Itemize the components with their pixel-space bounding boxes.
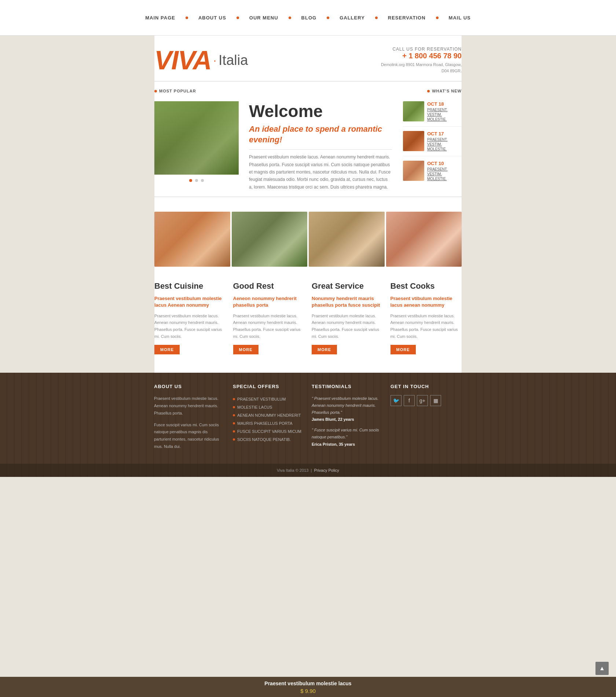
- nav-separator: [289, 17, 291, 19]
- nav-item-gallery[interactable]: GALLERY: [329, 15, 375, 21]
- news-date-0: OCT 18: [427, 101, 462, 107]
- feature-2: Great Service Nonummy hendrerit mauris p…: [312, 281, 383, 354]
- footer-about-title: ABOUT US: [154, 384, 225, 389]
- food-thumb-3[interactable]: [309, 212, 385, 267]
- news-thumb-1: [403, 131, 424, 151]
- offer-item-4: FUSCE SUCCIPIT VARIUS MICUM: [233, 427, 304, 435]
- news-item-1: OCT 17PRAESENT. VESTIM. MOLESTIE.: [403, 131, 462, 156]
- slider-dot-3[interactable]: [201, 179, 204, 182]
- nav-item-main-page[interactable]: MAIN PAGE: [135, 15, 186, 21]
- welcome-body: Praesent vestibulum molestie lacus. Aene…: [249, 153, 392, 191]
- food-thumb-1[interactable]: [154, 212, 230, 267]
- offer-link-3[interactable]: MAURIS PHASELLUS PORTA: [237, 421, 293, 426]
- site-header: VIVA · Italia CALL US FOR RESERVATION + …: [154, 36, 462, 81]
- footer-contact-title: GET IN TOUCH: [390, 384, 462, 389]
- main-content: MOST POPULAR WHAT'S NEW Pra: [154, 81, 462, 373]
- whats-new-column: OCT 18PRAESENT. VESTIM. MOLESTIE.OCT 17P…: [403, 101, 462, 191]
- nav-separator: [327, 17, 329, 19]
- copyright: Viva Italia © 2013: [277, 468, 308, 472]
- logo-viva: VIVA: [154, 47, 211, 73]
- logo-dot: ·: [213, 54, 216, 66]
- twitter-icon[interactable]: 🐦: [390, 395, 402, 406]
- news-date-2: OCT 10: [427, 161, 462, 166]
- left-column: Praesent vestibulum molestie lacus $ 9.9…: [154, 101, 396, 191]
- feature-3: Best Cooks Praesent vtibulum molestie la…: [390, 281, 462, 354]
- nav-item-mail-us[interactable]: MAIL US: [439, 15, 481, 21]
- feature-text-2: Praesent vestibulum molestie lacus. Aene…: [312, 313, 383, 340]
- offer-link-1[interactable]: MOLESTIE LACUS: [237, 405, 272, 409]
- feature-1: Good Rest Aeneon nonummy hendrerit phase…: [233, 281, 305, 354]
- slider-image: [154, 101, 239, 175]
- testimonial-author-1: Erica Priston, 35 years: [312, 442, 383, 446]
- news-link-1[interactable]: PRAESENT. VESTIM. MOLESTIE.: [427, 137, 462, 152]
- feature-0: Best Cuisine Praesent vestibulum molesti…: [154, 281, 226, 354]
- nav-separator: [436, 17, 439, 19]
- welcome-divider: [249, 149, 392, 150]
- nav-item-about-us[interactable]: ABOUT US: [188, 15, 236, 21]
- feature-subtitle-2: Nonummy hendrerit mauris phasellus porta…: [312, 295, 383, 309]
- feature-title-0: Best Cuisine: [154, 281, 226, 291]
- offer-item-5: SOCIIS NATOQUE PENATIB.: [233, 435, 304, 444]
- footer-inner: ABOUT US Praesent vestibulum molestie la…: [154, 384, 462, 464]
- feature-title-1: Good Rest: [233, 281, 305, 291]
- welcome-title: Welcome: [249, 101, 392, 121]
- nav-item-blog[interactable]: BLOG: [291, 15, 327, 21]
- logo[interactable]: VIVA · Italia: [154, 47, 248, 73]
- featured-slider[interactable]: Praesent vestibulum molestie lacus $ 9.9…: [154, 101, 239, 191]
- slider-dots[interactable]: [154, 177, 239, 183]
- feature-subtitle-0: Praesent vestibulum molestie lacus Aenea…: [154, 295, 226, 309]
- news-link-2[interactable]: PRAESENT. VESTIM. MOLESTIE.: [427, 167, 462, 181]
- privacy-policy-link[interactable]: Privacy Policy: [314, 468, 339, 472]
- offer-link-5[interactable]: SOCIIS NATOQUE PENATIB.: [237, 437, 291, 442]
- food-thumb-2[interactable]: [232, 212, 308, 267]
- more-button-1[interactable]: MORE: [233, 345, 258, 354]
- footer-offers-list: PRAESENT VESTIBULUMMOLESTIE LACUSAENEAN …: [233, 395, 304, 444]
- feature-subtitle-3: Praesent vtibulum molestie lacus aenean …: [390, 295, 462, 309]
- food-thumb-4[interactable]: [386, 212, 462, 267]
- footer-contact: GET IN TOUCH 🐦fg+▦: [390, 384, 462, 455]
- call-label: CALL US FOR RESERVATION: [381, 47, 462, 52]
- google-plus-icon[interactable]: g+: [417, 395, 428, 406]
- logo-italia: Italia: [219, 52, 248, 68]
- more-button-2[interactable]: MORE: [312, 345, 337, 354]
- slider-dot-1[interactable]: [189, 179, 192, 182]
- footer: ABOUT US Praesent vestibulum molestie la…: [0, 373, 616, 477]
- featured-section: Praesent vestibulum molestie lacus $ 9.9…: [154, 101, 462, 191]
- footer-about-text2: Fusce suscipit varius mi. Cum sociis nat…: [154, 422, 225, 450]
- whats-new-title: WHAT'S NEW: [427, 89, 462, 93]
- slider-dot-2[interactable]: [195, 179, 198, 182]
- footer-about: ABOUT US Praesent vestibulum molestie la…: [154, 384, 225, 455]
- rss-icon[interactable]: ▦: [430, 395, 441, 406]
- more-button-3[interactable]: MORE: [390, 345, 416, 354]
- footer-bottom: Viva Italia © 2013 | Privacy Policy: [0, 464, 616, 477]
- main-navigation: MAIN PAGEABOUT USOUR MENUBLOGGALLERYRESE…: [0, 0, 616, 36]
- news-item-0: OCT 18PRAESENT. VESTIM. MOLESTIE.: [403, 101, 462, 127]
- nav-item-reservation[interactable]: RESERVATION: [378, 15, 436, 21]
- offer-item-2: AENEAN NONUMMY HENDRERIT: [233, 411, 304, 419]
- food-thumbnails: [154, 204, 462, 267]
- nav-item-our-menu[interactable]: OUR MENU: [239, 15, 289, 21]
- feature-title-3: Best Cooks: [390, 281, 462, 291]
- testimonial-author-0: James Blunt, 22 years: [312, 417, 383, 422]
- more-button-0[interactable]: MORE: [154, 345, 180, 354]
- footer-offers-title: SPECIAL OFFERS: [233, 384, 304, 389]
- most-popular-title: MOST POPULAR: [154, 89, 196, 93]
- offer-link-2[interactable]: AENEAN NONUMMY HENDRERIT: [237, 413, 301, 417]
- offer-item-1: MOLESTIE LACUS: [233, 403, 304, 411]
- news-info-1: OCT 17PRAESENT. VESTIM. MOLESTIE.: [427, 131, 462, 152]
- feature-text-3: Praesent vestibulum molestie lacus. Aene…: [390, 313, 462, 340]
- testimonial-quote-1: " Fusce suscipit varius mi. Cum sociis n…: [312, 427, 383, 440]
- phone-number[interactable]: + 1 800 456 78 90: [381, 52, 462, 60]
- facebook-icon[interactable]: f: [404, 395, 415, 406]
- testimonial-quote-0: " Praesent vestibulum molestie lacus. Ae…: [312, 395, 383, 416]
- features-section: Best Cuisine Praesent vestibulum molesti…: [154, 274, 462, 365]
- footer-testimonials-title: TESTIMONIALS: [312, 384, 383, 389]
- address: Demolink.org 8901 Marmora Road, Glasgow,…: [381, 62, 462, 74]
- offer-link-0[interactable]: PRAESENT VESTIBULUM: [237, 397, 286, 401]
- offer-link-4[interactable]: FUSCE SUCCIPIT VARIUS MICUM: [237, 429, 301, 434]
- footer-testimonials: TESTIMONIALS " Praesent vestibulum moles…: [312, 384, 383, 455]
- news-item-2: OCT 10PRAESENT. VESTIM. MOLESTIE.: [403, 161, 462, 186]
- news-link-0[interactable]: PRAESENT. VESTIM. MOLESTIE.: [427, 107, 462, 122]
- footer-offers: SPECIAL OFFERS PRAESENT VESTIBULUMMOLEST…: [233, 384, 304, 455]
- nav-separator: [236, 17, 239, 19]
